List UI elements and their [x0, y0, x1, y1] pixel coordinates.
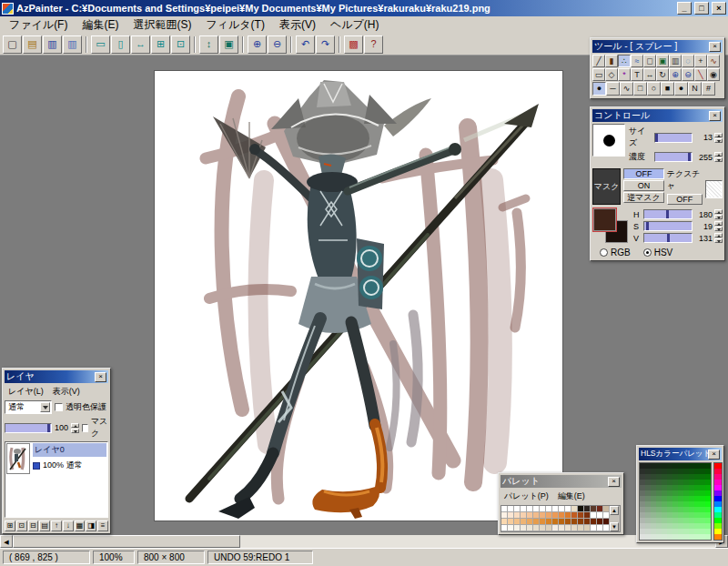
zoom-out-tool[interactable]: ⊖: [682, 68, 694, 81]
rect-draw-mode[interactable]: □: [633, 82, 647, 96]
text-tool[interactable]: T: [631, 68, 643, 81]
density-spin-down[interactable]: [714, 157, 723, 162]
palette-swatch[interactable]: [571, 519, 578, 525]
palette-swatch[interactable]: [597, 512, 603, 519]
palette-swatch[interactable]: [565, 512, 571, 519]
opacity-spin-up[interactable]: [71, 423, 79, 428]
palette-swatch[interactable]: [540, 512, 546, 519]
palette-swatch[interactable]: [597, 525, 603, 531]
palette-swatch[interactable]: [584, 519, 591, 525]
hls-window-close-button[interactable]: ×: [708, 450, 720, 460]
palette-swatch[interactable]: [546, 506, 552, 512]
palette-swatch[interactable]: [527, 519, 533, 525]
palette-swatch[interactable]: [565, 506, 571, 512]
saturation-spin-up[interactable]: [714, 221, 723, 226]
help-button[interactable]: ?: [364, 35, 383, 54]
palette-scroll-up[interactable]: ▲: [610, 506, 619, 515]
palette-swatch[interactable]: [514, 506, 521, 512]
menu-filter[interactable]: フィルタ(T): [198, 15, 271, 35]
zoom-in-button[interactable]: ⊕: [248, 35, 267, 54]
layer-delete-button[interactable]: ⊟: [28, 521, 39, 531]
color-swatches[interactable]: [592, 207, 629, 244]
layer-name[interactable]: レイヤ0: [33, 443, 106, 457]
menu-help[interactable]: ヘルプ(H): [323, 15, 387, 35]
palette-window-titlebar[interactable]: パレット ×: [500, 475, 622, 488]
palette-swatch[interactable]: [597, 519, 603, 525]
menu-view[interactable]: 表示(V): [272, 15, 323, 35]
layer-combine-button[interactable]: ▦: [75, 521, 86, 531]
hue-slider[interactable]: [643, 209, 693, 219]
open-file-button[interactable]: ▤: [23, 35, 42, 54]
palette-swatch[interactable]: [571, 525, 578, 531]
layer-window-titlebar[interactable]: レイヤ ×: [5, 370, 108, 383]
palette-swatch[interactable]: [571, 512, 578, 519]
mask-reverse-button[interactable]: 逆マスク: [623, 192, 664, 203]
palette-swatch[interactable]: [559, 519, 565, 525]
palette-swatch[interactable]: [527, 506, 533, 512]
palette-swatch[interactable]: [597, 506, 603, 512]
palette-swatch[interactable]: [603, 519, 610, 525]
eraser-tool[interactable]: ◻: [643, 55, 656, 67]
opacity-spin-down[interactable]: [71, 429, 79, 433]
layer-thumbnail[interactable]: [6, 443, 30, 474]
palette-swatch[interactable]: [540, 525, 546, 531]
texture-off-button[interactable]: OFF: [667, 194, 703, 205]
palette-swatch[interactable]: [546, 525, 552, 531]
protect-alpha-checkbox[interactable]: [55, 403, 63, 411]
size-spin-down[interactable]: [714, 138, 723, 143]
palette-swatch[interactable]: [501, 525, 508, 531]
palette-swatch[interactable]: [508, 525, 514, 531]
layer-mask-checkbox[interactable]: [82, 424, 88, 432]
palette-swatch[interactable]: [578, 525, 584, 531]
scrollbar-thumb[interactable]: [13, 535, 240, 548]
palette-swatch[interactable]: [571, 506, 578, 512]
mask-off-button[interactable]: OFF: [623, 168, 664, 179]
ellipse-draw-mode[interactable]: ○: [647, 82, 661, 96]
layer-new-button[interactable]: ⊞: [5, 521, 15, 531]
copy-selection-button[interactable]: ⊞: [151, 35, 170, 54]
spray-tool[interactable]: ∴: [618, 55, 631, 67]
palette-swatch[interactable]: [559, 506, 565, 512]
palette-swatch[interactable]: [603, 506, 610, 512]
layer-copy-button[interactable]: ⊡: [16, 521, 27, 531]
palette-swatch[interactable]: [546, 512, 552, 519]
new-file-button[interactable]: ▢: [3, 35, 22, 54]
palette-swatch[interactable]: [546, 519, 552, 525]
palette-scroll-down[interactable]: ▼: [610, 522, 619, 531]
blur-tool[interactable]: ◌: [682, 55, 694, 67]
palette-menu[interactable]: パレット(P): [500, 490, 552, 503]
palette-swatch[interactable]: [559, 525, 565, 531]
palette-swatch[interactable]: [552, 519, 559, 525]
hls-window-titlebar[interactable]: HLSカラーパレット ×: [639, 448, 722, 460]
palette-swatch[interactable]: [540, 519, 546, 525]
successive-draw-mode[interactable]: N: [688, 82, 702, 96]
pen-tool[interactable]: ╱: [592, 55, 605, 67]
zoom-in-tool[interactable]: ⊕: [669, 68, 682, 81]
titlebar[interactable]: AzPainter - C:¥Documents and Settings¥pe…: [0, 0, 728, 16]
layer-menu[interactable]: レイヤ(L): [5, 385, 47, 399]
magic-wand-tool[interactable]: *: [618, 68, 631, 81]
zoom-out-button[interactable]: ⊖: [268, 35, 287, 54]
palette-swatch[interactable]: [521, 519, 527, 525]
palette-swatch[interactable]: [565, 519, 571, 525]
palette-swatch[interactable]: [521, 525, 527, 531]
palette-swatch[interactable]: [501, 519, 508, 525]
palette-swatch[interactable]: [514, 519, 521, 525]
control-window-close-button[interactable]: ×: [709, 111, 721, 121]
move-selection-button[interactable]: ↔: [131, 35, 150, 54]
palette-swatch[interactable]: [591, 525, 597, 531]
dropper-tool[interactable]: +: [694, 55, 707, 67]
menu-selection[interactable]: 選択範囲(S): [126, 15, 198, 35]
fill-rect-draw-mode[interactable]: ■: [661, 82, 674, 96]
mask-on-button[interactable]: ON: [623, 180, 664, 191]
layer-down-button[interactable]: ↓: [63, 521, 74, 531]
palette-swatch[interactable]: [578, 519, 584, 525]
palette-swatch[interactable]: [508, 506, 514, 512]
trim-selection-button[interactable]: ⊡: [171, 35, 190, 54]
palette-swatch[interactable]: [508, 512, 514, 519]
saturation-spin-down[interactable]: [714, 227, 723, 231]
palette-swatch[interactable]: [559, 512, 565, 519]
brush-tool[interactable]: ▮: [605, 55, 618, 67]
minimize-button[interactable]: _: [677, 2, 692, 15]
color-settings-button[interactable]: ▩: [344, 35, 363, 54]
